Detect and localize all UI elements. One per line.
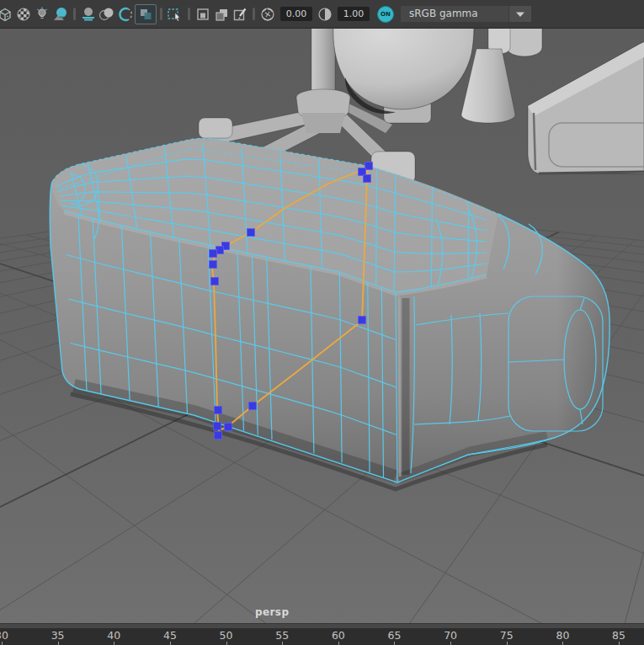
timeline-tick-label: 30 <box>0 629 19 642</box>
scene-canvas[interactable] <box>0 29 644 623</box>
stand-column <box>311 29 335 99</box>
timeline-tick-label: 75 <box>490 629 524 642</box>
vertex-handle[interactable] <box>211 278 219 285</box>
time-slider[interactable]: 303540455055606570758085 <box>0 628 644 645</box>
vertex-handle[interactable] <box>215 407 222 414</box>
vertex-handle[interactable] <box>214 423 221 430</box>
viewport-toolbar: 0.00 1.00 ON sRGB gamma <box>0 0 644 29</box>
view-transform-value: sRGB gamma <box>401 6 508 22</box>
timeline-tick-mark <box>282 642 283 645</box>
anti-aliasing-icon[interactable] <box>116 4 135 24</box>
vertex-handle[interactable] <box>210 250 217 258</box>
exposure-aperture-icon[interactable] <box>258 4 277 24</box>
isolate-select-icon[interactable] <box>194 4 212 24</box>
vertex-handle[interactable] <box>247 229 255 237</box>
lightbulb-icon[interactable] <box>33 4 51 24</box>
marquee-select-icon[interactable] <box>166 4 184 24</box>
stand-hub <box>301 113 345 133</box>
timeline-tick-label: 85 <box>602 629 636 642</box>
timeline-tick-mark <box>619 642 620 645</box>
timeline-tick-mark <box>507 642 508 645</box>
view-transform-combo[interactable]: sRGB gamma <box>401 6 531 22</box>
timeline-tick-label: 55 <box>265 629 299 642</box>
maya-viewport-panel: 0.00 1.00 ON sRGB gamma <box>0 0 644 645</box>
chevron-down-icon[interactable] <box>508 6 531 22</box>
motion-blur-icon[interactable] <box>98 4 116 24</box>
timeline-tick-mark <box>226 642 227 645</box>
small-cylinder <box>507 29 542 56</box>
timeline-tick-label: 50 <box>210 629 243 642</box>
vertex-handle[interactable] <box>359 317 366 324</box>
vertex-handle[interactable] <box>215 432 222 440</box>
ssao-icon[interactable] <box>79 4 98 24</box>
contrast-half-icon[interactable] <box>316 4 334 24</box>
toolbar-separator <box>188 8 190 20</box>
flat-box-shadow <box>539 172 644 173</box>
timeline-tick-label: 35 <box>41 629 75 642</box>
timeline-tick-mark <box>394 642 395 645</box>
vertex-handle[interactable] <box>225 424 232 431</box>
color-management-toggle[interactable]: ON <box>377 6 394 23</box>
timeline-tick-label: 70 <box>434 629 467 642</box>
timeline-tick-label: 80 <box>546 629 579 642</box>
timeline-tick-mark <box>338 642 339 645</box>
timeline-tick-mark <box>450 642 451 645</box>
square-pen-icon[interactable] <box>231 4 249 24</box>
timeline-tick-mark <box>114 642 114 645</box>
checker-sphere-icon[interactable] <box>14 4 33 24</box>
vertex-handle[interactable] <box>210 261 217 269</box>
timeline-tick-label: 60 <box>322 629 355 642</box>
toolbar-separator <box>73 8 76 20</box>
stand-foot <box>199 118 232 138</box>
camera-name-label: persp <box>255 606 289 618</box>
vertex-handle[interactable] <box>364 175 371 183</box>
contrast-field[interactable]: 1.00 <box>338 7 370 21</box>
timeline-tick-mark <box>58 642 59 645</box>
timeline-tick-mark <box>2 642 3 645</box>
timeline-tick-label: 65 <box>377 629 411 642</box>
timeline-tick-mark <box>170 642 171 645</box>
toolbar-separator <box>160 8 162 20</box>
xray-icon[interactable] <box>135 4 157 24</box>
cube-texture-icon[interactable] <box>0 4 14 24</box>
toolbar-separator <box>253 8 255 20</box>
timeline-tick-mark <box>562 642 563 645</box>
perspective-viewport[interactable]: persp <box>0 29 644 623</box>
vertex-handle[interactable] <box>249 402 257 410</box>
mesh-step-highlight <box>399 296 400 477</box>
overlap-squares-icon[interactable] <box>212 4 231 24</box>
shadow-ball-icon[interactable] <box>51 4 70 24</box>
timeline-tick-label: 45 <box>153 629 187 642</box>
exposure-field[interactable]: 0.00 <box>280 7 312 21</box>
timeline-tick-label: 40 <box>97 629 130 642</box>
